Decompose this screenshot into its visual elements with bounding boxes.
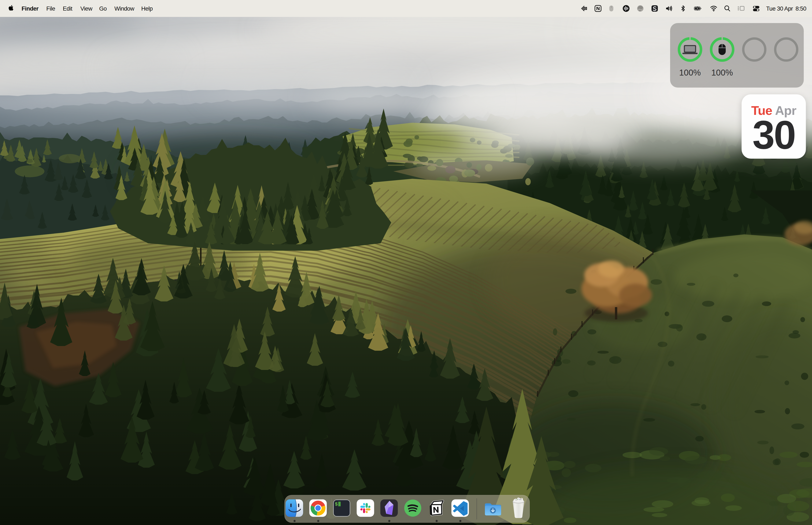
- svg-text:$: $: [335, 501, 338, 507]
